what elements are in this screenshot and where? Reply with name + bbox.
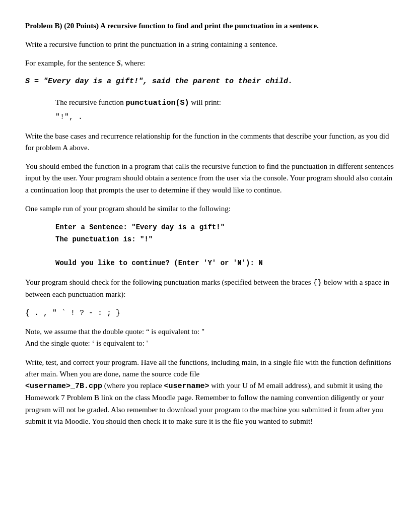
func-output: "!", . bbox=[55, 112, 395, 123]
paragraph-6: Your program should check for the follow… bbox=[25, 277, 395, 301]
indented-function-block: The recursive function punctuation(S) wi… bbox=[55, 97, 395, 123]
sample-run-block: Enter a Sentence: "Every day is a gift!"… bbox=[55, 222, 395, 270]
paragraph-5: One sample run of your program should be… bbox=[25, 203, 395, 215]
func-name: punctuation(S) bbox=[126, 99, 189, 107]
para7-text: Write, test, and correct your program. H… bbox=[25, 358, 391, 378]
func-suffix: will print: bbox=[189, 98, 221, 106]
paragraph-2: For example, for the sentence S, where: bbox=[25, 57, 395, 69]
paragraph-7: Write, test, and correct your program. H… bbox=[25, 357, 395, 428]
para2-s: S bbox=[117, 59, 121, 67]
note-line1: Note, we assume that the double quote: “… bbox=[25, 326, 395, 338]
punctuation-list: { . , " ` ! ? - : ; } bbox=[25, 308, 395, 319]
para7-username: <username> bbox=[164, 382, 209, 391]
para7-filename: <username>_7B.cpp bbox=[25, 382, 102, 391]
problem-title: Problem B) (20 Points) A recursive funct… bbox=[25, 20, 395, 32]
sample-run-line3 bbox=[55, 246, 395, 258]
note-line2: And the single quote: ‘ is equivalent to… bbox=[25, 338, 395, 349]
paragraph-4: You should embed the function in a progr… bbox=[25, 161, 395, 196]
func-description-line: The recursive function punctuation(S) wi… bbox=[55, 97, 395, 109]
note-block: Note, we assume that the double quote: “… bbox=[25, 326, 395, 350]
sample-run-line1: Enter a Sentence: "Every day is a gift!" bbox=[55, 222, 395, 234]
sample-run-line4: Would you like to continue? (Enter 'Y' o… bbox=[55, 257, 395, 270]
para6-prefix: Your program should check for the follow… bbox=[25, 278, 313, 286]
para6-braces: {} bbox=[313, 279, 322, 287]
sample-run-line2: The punctuation is: "!" bbox=[55, 234, 395, 246]
paragraph-3: Write the base cases and recurrence rela… bbox=[25, 131, 395, 154]
func-prefix: The recursive function bbox=[55, 98, 126, 106]
para7-middle: (where you replace bbox=[102, 381, 164, 390]
para2-prefix: For example, for the sentence bbox=[25, 59, 117, 67]
para2-suffix: , where: bbox=[121, 59, 145, 67]
paragraph-1: Write a recursive function to print the … bbox=[25, 39, 395, 50]
code-example-line: S = "Every day is a gift!", said the par… bbox=[25, 76, 395, 88]
